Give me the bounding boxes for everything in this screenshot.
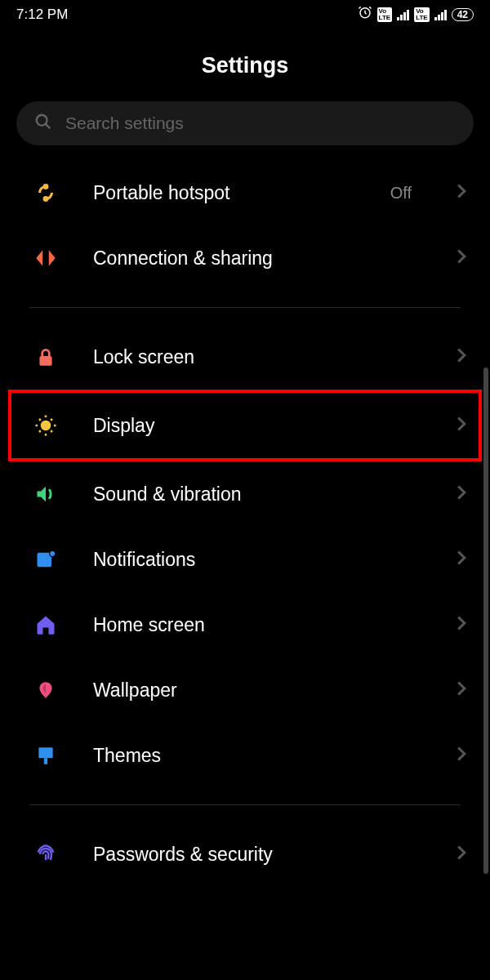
svg-point-8 bbox=[50, 551, 55, 556]
volte-badge-2: VoLTE bbox=[414, 7, 430, 22]
svg-rect-10 bbox=[44, 758, 47, 764]
wallpaper-icon bbox=[33, 677, 59, 703]
settings-item-wallpaper[interactable]: Wallpaper bbox=[0, 657, 490, 723]
item-label: Wallpaper bbox=[93, 679, 421, 702]
settings-item-portable-hotspot[interactable]: Portable hotspot Off bbox=[0, 160, 490, 225]
svg-point-3 bbox=[44, 198, 47, 201]
notifications-icon bbox=[33, 546, 59, 572]
scrollbar[interactable] bbox=[483, 368, 488, 874]
signal-bars-2 bbox=[434, 9, 447, 20]
divider bbox=[29, 307, 461, 308]
item-label: Notifications bbox=[93, 549, 421, 571]
settings-item-notifications[interactable]: Notifications bbox=[0, 527, 490, 592]
settings-item-display[interactable]: Display bbox=[8, 390, 482, 461]
lock-icon bbox=[33, 344, 59, 370]
status-bar: 7:12 PM VoLTE VoLTE 42 bbox=[0, 0, 490, 27]
svg-rect-4 bbox=[39, 356, 51, 366]
chevron-right-icon bbox=[456, 550, 467, 569]
signal-bars-1 bbox=[397, 9, 409, 20]
search-icon bbox=[34, 113, 52, 134]
settings-item-lock-screen[interactable]: Lock screen bbox=[0, 324, 490, 390]
settings-item-themes[interactable]: Themes bbox=[0, 723, 490, 788]
home-icon bbox=[33, 612, 59, 638]
item-label: Lock screen bbox=[93, 346, 421, 368]
settings-item-passwords-security[interactable]: Passwords & security bbox=[0, 822, 490, 887]
divider bbox=[29, 804, 461, 805]
chevron-right-icon bbox=[456, 248, 467, 268]
page-title: Settings bbox=[0, 27, 490, 101]
chevron-right-icon bbox=[456, 680, 467, 700]
settings-item-connection-sharing[interactable]: Connection & sharing bbox=[0, 225, 490, 291]
settings-item-home-screen[interactable]: Home screen bbox=[0, 592, 490, 657]
connection-icon bbox=[33, 245, 59, 271]
settings-item-sound-vibration[interactable]: Sound & vibration bbox=[0, 461, 490, 527]
status-time: 7:12 PM bbox=[16, 7, 68, 23]
item-label: Themes bbox=[93, 745, 421, 767]
item-label: Portable hotspot bbox=[93, 182, 356, 204]
status-indicators: VoLTE VoLTE 42 bbox=[358, 5, 474, 24]
chevron-right-icon bbox=[456, 484, 467, 504]
chevron-right-icon bbox=[456, 347, 467, 367]
hotspot-icon bbox=[33, 180, 59, 206]
sound-icon bbox=[33, 481, 59, 507]
chevron-right-icon bbox=[456, 615, 467, 635]
item-value: Off bbox=[390, 184, 412, 203]
svg-point-2 bbox=[44, 185, 47, 189]
battery-indicator: 42 bbox=[452, 8, 474, 21]
svg-rect-9 bbox=[38, 747, 52, 758]
chevron-right-icon bbox=[456, 844, 467, 864]
item-label: Connection & sharing bbox=[93, 247, 421, 270]
search-input[interactable] bbox=[65, 114, 456, 133]
settings-list: Portable hotspot Off Connection & sharin… bbox=[0, 160, 490, 887]
volte-badge-1: VoLTE bbox=[377, 7, 393, 22]
fingerprint-icon bbox=[33, 841, 59, 867]
item-label: Sound & vibration bbox=[93, 483, 421, 506]
chevron-right-icon bbox=[456, 416, 467, 435]
item-label: Passwords & security bbox=[93, 844, 421, 866]
chevron-right-icon bbox=[456, 183, 467, 203]
themes-icon bbox=[33, 742, 59, 768]
item-label: Home screen bbox=[93, 614, 421, 636]
brightness-icon bbox=[33, 412, 59, 439]
svg-point-5 bbox=[41, 421, 51, 431]
chevron-right-icon bbox=[456, 746, 467, 765]
svg-point-1 bbox=[37, 115, 47, 126]
search-bar[interactable] bbox=[16, 101, 474, 145]
alarm-icon bbox=[358, 5, 372, 24]
item-label: Display bbox=[93, 415, 421, 437]
